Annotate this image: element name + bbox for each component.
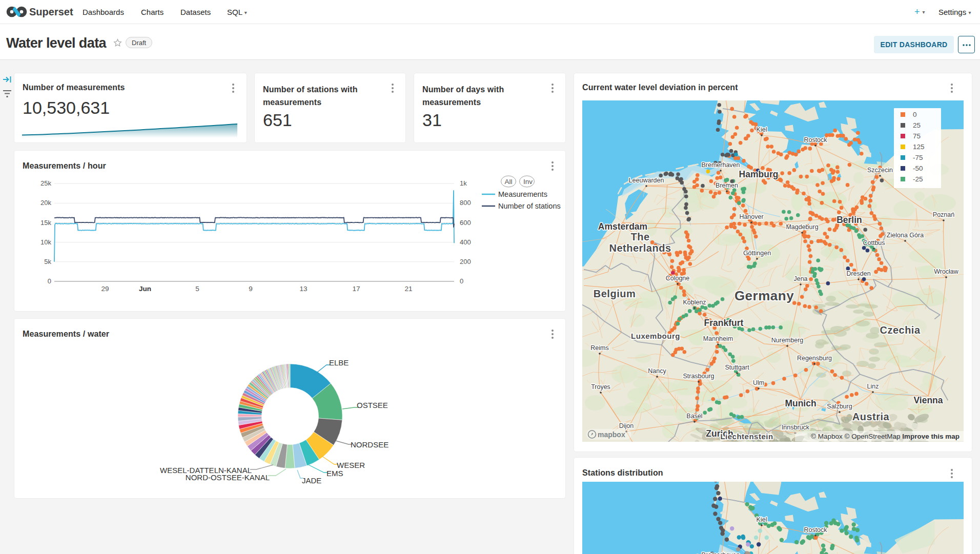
svg-text:Cologne: Cologne <box>666 275 690 282</box>
svg-text:Luxembourg: Luxembourg <box>631 332 680 340</box>
svg-text:Bremen: Bremen <box>716 182 738 189</box>
svg-text:125: 125 <box>913 143 925 151</box>
svg-text:17: 17 <box>352 285 360 293</box>
svg-text:25: 25 <box>913 121 921 129</box>
svg-text:Belgium: Belgium <box>594 288 636 299</box>
svg-text:1k: 1k <box>460 179 467 187</box>
svg-text:Dijon: Dijon <box>619 422 634 429</box>
svg-text:Jena: Jena <box>793 275 807 282</box>
svg-text:13: 13 <box>299 285 307 293</box>
svg-text:0: 0 <box>913 111 917 118</box>
svg-text:10k: 10k <box>40 238 51 246</box>
svg-text:-25: -25 <box>913 175 923 183</box>
svg-text:© Mapbox © OpenStreetMap Impro: © Mapbox © OpenStreetMap Improve this ma… <box>811 433 959 440</box>
svg-text:29: 29 <box>101 285 109 293</box>
svg-text:Magdeburg: Magdeburg <box>786 223 818 231</box>
svg-text:400: 400 <box>460 238 471 246</box>
svg-text:Wrocław: Wrocław <box>934 268 959 275</box>
svg-text:Leeuwarden: Leeuwarden <box>629 177 664 184</box>
svg-text:Superset: Superset <box>29 6 73 17</box>
svg-text:mapbox: mapbox <box>598 430 625 439</box>
svg-text:9: 9 <box>249 285 253 293</box>
svg-text:Ulm: Ulm <box>753 379 764 386</box>
svg-text:WESEL-DATTELN-KANAL: WESEL-DATTELN-KANAL <box>160 466 252 475</box>
svg-text:Basel: Basel <box>686 413 702 420</box>
svg-text:Troyes: Troyes <box>591 383 610 391</box>
svg-text:20k: 20k <box>40 199 51 207</box>
svg-text:25k: 25k <box>40 179 51 187</box>
svg-text:WESER: WESER <box>337 461 365 469</box>
svg-text:-50: -50 <box>913 165 923 172</box>
svg-text:Göttingen: Göttingen <box>743 250 771 257</box>
svg-text:Netherlands: Netherlands <box>609 242 671 254</box>
svg-text:Number of stations: Number of stations <box>498 202 561 210</box>
svg-text:0: 0 <box>460 277 463 285</box>
svg-text:The: The <box>630 231 649 242</box>
svg-text:5: 5 <box>195 285 199 293</box>
svg-text:0: 0 <box>48 277 51 285</box>
svg-text:Vienna: Vienna <box>913 395 943 405</box>
svg-text:75: 75 <box>913 132 921 140</box>
svg-text:Germany: Germany <box>734 288 794 303</box>
svg-text:Amsterdam: Amsterdam <box>598 221 647 232</box>
svg-text:Dresden: Dresden <box>846 270 870 277</box>
svg-text:Mannheim: Mannheim <box>703 335 733 342</box>
svg-text:Kiel: Kiel <box>757 126 767 133</box>
svg-text:Inv: Inv <box>523 178 533 186</box>
svg-text:Reims: Reims <box>590 344 608 352</box>
svg-text:Rostock: Rostock <box>804 526 827 534</box>
svg-text:Nancy: Nancy <box>648 367 666 375</box>
svg-text:Koblenz: Koblenz <box>683 299 706 306</box>
svg-text:ELBE: ELBE <box>329 358 349 367</box>
svg-text:Nuremberg: Nuremberg <box>771 337 804 344</box>
svg-text:800: 800 <box>460 199 471 207</box>
svg-text:Berlin: Berlin <box>836 215 862 225</box>
svg-text:All: All <box>504 178 512 186</box>
svg-text:Munich: Munich <box>785 398 816 408</box>
svg-text:15k: 15k <box>40 219 51 227</box>
svg-text:Szczecin: Szczecin <box>867 167 893 174</box>
svg-text:200: 200 <box>460 258 471 265</box>
svg-text:Poznań: Poznań <box>933 211 954 218</box>
svg-text:Linz: Linz <box>867 383 879 390</box>
svg-text:Measurements: Measurements <box>498 190 547 198</box>
svg-text:Bremerhaven: Bremerhaven <box>701 551 740 554</box>
svg-text:Frankfurt: Frankfurt <box>704 318 744 328</box>
svg-text:-75: -75 <box>913 154 923 161</box>
svg-text:JADE: JADE <box>302 476 321 485</box>
svg-text:21: 21 <box>404 285 412 293</box>
svg-text:Strasbourg: Strasbourg <box>683 373 714 380</box>
svg-text:Hanover: Hanover <box>739 213 763 220</box>
svg-text:Jun: Jun <box>139 285 151 293</box>
svg-text:Innsbruck: Innsbruck <box>782 424 810 431</box>
svg-text:Austria: Austria <box>852 411 890 422</box>
svg-text:5k: 5k <box>44 258 51 265</box>
svg-text:Salzburg: Salzburg <box>827 403 852 410</box>
svg-text:Czechia: Czechia <box>880 324 920 336</box>
svg-text:Regensburg: Regensburg <box>797 355 832 362</box>
svg-text:EMS: EMS <box>326 469 343 478</box>
svg-text:600: 600 <box>460 219 471 227</box>
svg-text:Stuttgart: Stuttgart <box>725 364 749 371</box>
svg-text:Hamburg: Hamburg <box>739 169 779 179</box>
svg-text:Kiel: Kiel <box>757 516 767 523</box>
svg-text:NORDSEE: NORDSEE <box>351 440 389 449</box>
svg-text:Liechtenstein: Liechtenstein <box>720 432 773 441</box>
svg-text:OSTSEE: OSTSEE <box>357 401 388 409</box>
svg-text:Bremerhaven: Bremerhaven <box>701 161 740 169</box>
svg-text:Rostock: Rostock <box>804 136 827 143</box>
svg-text:Zielona Góra: Zielona Góra <box>887 232 924 239</box>
svg-text:Cottbus: Cottbus <box>863 239 885 247</box>
